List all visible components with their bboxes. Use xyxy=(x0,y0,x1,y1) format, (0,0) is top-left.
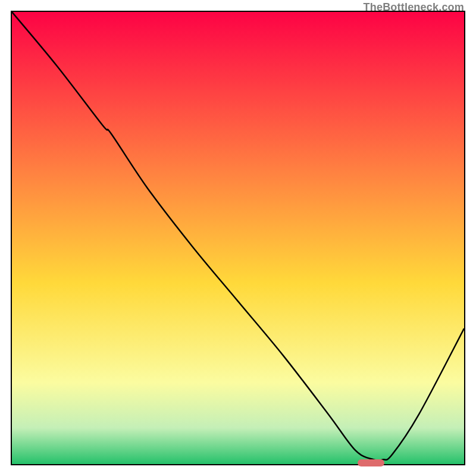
optimal-zone-marker xyxy=(358,459,385,466)
gradient-rect xyxy=(12,12,464,464)
plot-area xyxy=(11,11,465,465)
chart-container: TheBottleneck.com xyxy=(0,0,476,476)
chart-svg xyxy=(12,12,464,464)
